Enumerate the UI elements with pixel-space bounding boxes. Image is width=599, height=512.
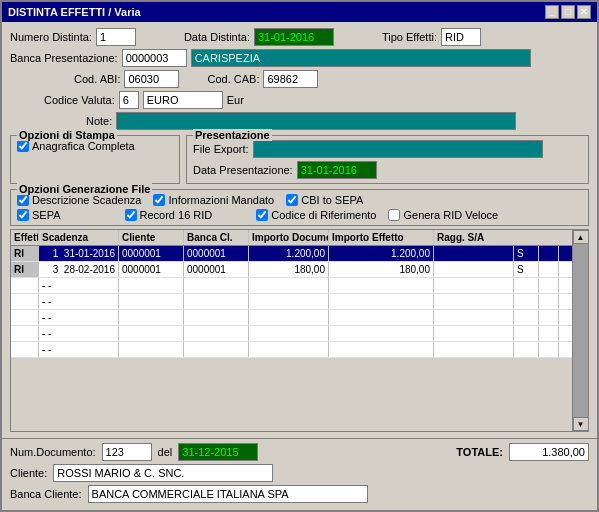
table-row[interactable]: RI 3 28-02-2016 0000001 0000001 180,00 1… [11, 262, 572, 278]
cell-imp-eff: 1.200,00 [329, 246, 434, 261]
data-pres-input[interactable] [297, 161, 377, 179]
cod-cab-input[interactable] [263, 70, 318, 88]
cell-ragg [434, 326, 514, 341]
cell-s: S [514, 246, 539, 261]
window-controls: _ □ ✕ [545, 5, 591, 19]
cell-imp-eff: 180,00 [329, 262, 434, 277]
codice-valuta-code-input[interactable] [119, 91, 139, 109]
banca-pres-code-input[interactable] [122, 49, 187, 67]
col-importo-eff: Importo Effetto [329, 230, 434, 245]
cell-imp-eff [329, 342, 434, 357]
row-banca: Banca Presentazione: [10, 49, 589, 67]
cbi-to-sepa-checkbox[interactable] [286, 194, 298, 206]
file-export-row: File Export: [193, 140, 582, 158]
table-row[interactable]: - - [11, 294, 572, 310]
bottom-form: Num.Documento: del TOTALE: Cliente: Banc… [2, 438, 597, 510]
col-banca-cl: Banca Cl. [184, 230, 249, 245]
cell-imp-doc [249, 278, 329, 293]
bottom-row3: Banca Cliente: [10, 485, 589, 503]
table-row[interactable]: - - [11, 342, 572, 358]
genera-rid-checkbox[interactable] [388, 209, 400, 221]
cell-s [514, 342, 539, 357]
del-label: del [158, 446, 173, 458]
totale-label: TOTALE: [456, 446, 503, 458]
note-label: Note: [86, 115, 112, 127]
cell-ragg [434, 246, 514, 261]
form-content: Numero Distinta: Data Distinta: Tipo Eff… [2, 22, 597, 438]
codice-rif-label: Codice di Riferimento [271, 209, 376, 221]
tipo-effetti-input[interactable] [441, 28, 481, 46]
row-valuta: Codice Valuta: Eur [10, 91, 589, 109]
row-abi-cab: Cod. ABI: Cod. CAB: [10, 70, 589, 88]
desc-scadenza-checkbox[interactable] [17, 194, 29, 206]
banca-cliente-input[interactable] [88, 485, 368, 503]
cell-s [514, 310, 539, 325]
info-mandato-checkbox[interactable] [153, 194, 165, 206]
num-documento-input[interactable] [102, 443, 152, 461]
num-documento-label: Num.Documento: [10, 446, 96, 458]
table-inner: Effetto Scadenza Cliente Banca Cl. Impor… [11, 230, 572, 431]
desc-scadenza-label: Descrizione Scadenza [32, 194, 141, 206]
window-title: DISTINTA EFFETTI / Varia [8, 6, 141, 18]
cell-banca [184, 294, 249, 309]
cell-cliente [119, 342, 184, 357]
cell-scadenza: - - [39, 342, 119, 357]
cell-scroll [539, 310, 559, 325]
scroll-down-button[interactable]: ▼ [573, 417, 589, 431]
del-date-input[interactable] [178, 443, 258, 461]
opzioni-stampa-title: Opzioni di Stampa [17, 129, 117, 141]
table-scrollbar[interactable]: ▲ ▼ [572, 230, 588, 431]
info-mandato-label: Informazioni Mandato [168, 194, 274, 206]
record-16-rid-item: Record 16 RID [125, 209, 213, 221]
data-pres-label: Data Presentazione: [193, 164, 293, 176]
cell-imp-doc: 180,00 [249, 262, 329, 277]
cell-imp-eff [329, 294, 434, 309]
banca-pres-name-input[interactable] [191, 49, 531, 67]
scroll-up-button[interactable]: ▲ [573, 230, 589, 244]
cod-abi-label: Cod. ABI: [74, 73, 120, 85]
totale-input[interactable] [509, 443, 589, 461]
bottom-row1: Num.Documento: del TOTALE: [10, 443, 589, 461]
numero-distinta-input[interactable] [96, 28, 136, 46]
row-note: Note: [10, 112, 589, 130]
cell-banca: 0000001 [184, 262, 249, 277]
cell-cliente [119, 310, 184, 325]
row-distinta: Numero Distinta: Data Distinta: Tipo Eff… [10, 28, 589, 46]
codice-rif-checkbox[interactable] [256, 209, 268, 221]
cell-banca [184, 342, 249, 357]
cell-scadenza: - - [39, 294, 119, 309]
anagrafica-completa-checkbox[interactable] [17, 140, 29, 152]
data-distinta-input[interactable] [254, 28, 334, 46]
scroll-track[interactable] [573, 244, 589, 417]
minimize-button[interactable]: _ [545, 5, 559, 19]
table-row[interactable]: - - [11, 278, 572, 294]
codice-valuta-name-input[interactable] [143, 91, 223, 109]
cell-ragg [434, 262, 514, 277]
cell-banca [184, 326, 249, 341]
table-row[interactable]: - - [11, 326, 572, 342]
cell-s: S [514, 262, 539, 277]
close-button[interactable]: ✕ [577, 5, 591, 19]
opzioni-gen-group: Opzioni Generazione File Descrizione Sca… [10, 189, 589, 226]
cell-imp-doc [249, 342, 329, 357]
note-input[interactable] [116, 112, 516, 130]
table-row[interactable]: - - [11, 310, 572, 326]
file-export-input[interactable] [253, 140, 543, 158]
cell-banca [184, 310, 249, 325]
cliente-label: Cliente: [10, 467, 47, 479]
record-16-rid-checkbox[interactable] [125, 209, 137, 221]
cell-cliente: 0000001 [119, 246, 184, 261]
anagrafica-completa-item: Anagrafica Completa [17, 140, 173, 152]
banca-cliente-label: Banca Cliente: [10, 488, 82, 500]
banca-pres-label: Banca Presentazione: [10, 52, 118, 64]
table-row[interactable]: RI 1 31-01-2016 0000001 0000001 1.200,00… [11, 246, 572, 262]
cell-type [11, 326, 39, 341]
codice-valuta-suffix: Eur [227, 94, 244, 106]
sepa-checkbox[interactable] [17, 209, 29, 221]
col-scadenza: Scadenza [39, 230, 119, 245]
maximize-button[interactable]: □ [561, 5, 575, 19]
cell-type [11, 342, 39, 357]
cliente-input[interactable] [53, 464, 273, 482]
cell-cliente [119, 278, 184, 293]
cod-abi-input[interactable] [124, 70, 179, 88]
